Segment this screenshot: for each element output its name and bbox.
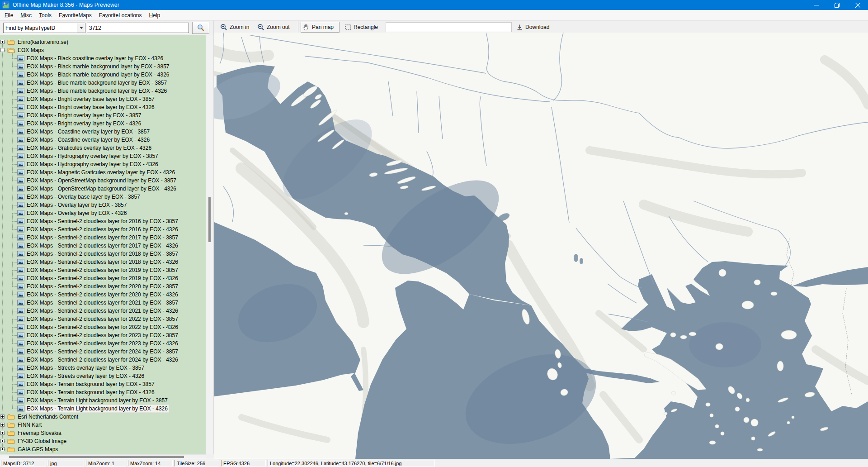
tree-connector-stub [12, 278, 17, 279]
tree-item-folder[interactable]: EOX Maps [0, 46, 206, 54]
tree-item-folder[interactable]: Esri Netherlands Content [0, 413, 206, 421]
expand-plus-icon[interactable] [0, 415, 5, 419]
expand-plus-icon[interactable] [0, 447, 5, 451]
tree-item-layer[interactable]: EOX Maps - Terrain Light background laye… [0, 396, 206, 405]
tree-connector-stub [12, 368, 17, 368]
tree-item-label: EOX Maps - Sentinel-2 cloudless layer fo… [26, 299, 179, 306]
tree-item-label: EOX Maps - Sentinel-2 cloudless layer fo… [26, 250, 179, 257]
tree-item-layer[interactable]: EOX Maps - Streets overlay layer by EOX … [0, 364, 206, 372]
tree-item-label: EOX Maps - Overlay base layer by EOX - 3… [26, 193, 141, 200]
zoom-out-button[interactable]: Zoom out [255, 22, 292, 33]
tree-item-layer[interactable]: EOX Maps - Sentinel-2 cloudless layer fo… [0, 291, 206, 299]
tree-item-layer[interactable]: EOX Maps - Bright overlay layer by EOX -… [0, 111, 206, 119]
pan-map-button[interactable]: Pan map [301, 22, 340, 33]
tree-item-layer[interactable]: EOX Maps - Sentinel-2 cloudless layer fo… [0, 307, 206, 315]
tree-item-layer[interactable]: EOX Maps - Magnetic Graticules overlay l… [0, 168, 206, 176]
tree-item-layer[interactable]: EOX Maps - Sentinel-2 cloudless layer fo… [0, 242, 206, 250]
tree-item-folder[interactable]: Eniro(kartor.eniro.se) [0, 38, 206, 46]
search-button[interactable] [192, 22, 209, 34]
menu-item-favoritelocations[interactable]: FavoriteLocations [95, 11, 146, 20]
tree-connector-stub [12, 58, 17, 59]
tree-item-layer[interactable]: EOX Maps - Sentinel-2 cloudless layer fo… [0, 225, 206, 234]
tree-item-layer[interactable]: EOX Maps - Sentinel-2 cloudless layer fo… [0, 356, 206, 364]
tree-item-layer[interactable]: EOX Maps - Hydrography overlay layer by … [0, 160, 206, 168]
horizontal-scrollbar-thumb[interactable] [9, 456, 184, 458]
tree-item-layer[interactable]: EOX Maps - Sentinel-2 cloudless layer fo… [0, 339, 206, 348]
vertical-scrollbar-thumb[interactable] [208, 197, 211, 242]
dropdown-arrow-icon[interactable] [77, 23, 85, 33]
tree-horizontal-scrollbar[interactable] [0, 454, 206, 459]
tree-item-label: EOX Maps - Sentinel-2 cloudless layer fo… [26, 218, 179, 225]
zoom-in-button[interactable]: Zoom in [218, 22, 251, 33]
tree-item-layer[interactable]: EOX Maps - OpenStreetMap background laye… [0, 185, 206, 193]
tree-vertical-scrollbar[interactable] [206, 35, 213, 454]
tree-item-layer[interactable]: EOX Maps - Bright overlay base layer by … [0, 95, 206, 103]
tree-connector-stub [12, 148, 17, 148]
tree-item-layer[interactable]: EOX Maps - Streets overlay layer by EOX … [0, 372, 206, 380]
tree-item-layer[interactable]: EOX Maps - Coastline overlay layer by EO… [0, 128, 206, 136]
restore-button[interactable] [826, 0, 847, 10]
expand-plus-icon[interactable] [0, 439, 5, 443]
tree-item-folder[interactable]: GAIA GPS Maps [0, 445, 206, 453]
tree-item-layer[interactable]: EOX Maps - Sentinel-2 cloudless layer fo… [0, 323, 206, 331]
tree-item-label: EOX Maps - Sentinel-2 cloudless layer fo… [26, 234, 179, 241]
tree-item-label: EOX Maps - Sentinel-2 cloudless layer fo… [26, 315, 179, 323]
tree-item-layer[interactable]: EOX Maps - Overlay base layer by EOX - 3… [0, 193, 206, 201]
tree-item-layer[interactable]: EOX Maps - Sentinel-2 cloudless layer fo… [0, 299, 206, 307]
tree-item-layer[interactable]: EOX Maps - Sentinel-2 cloudless layer fo… [0, 258, 206, 266]
minimize-button[interactable] [806, 0, 826, 10]
tree-item-folder[interactable]: Freemap Slovakia [0, 429, 206, 437]
menu-item-help[interactable]: Help [146, 11, 164, 20]
tree-item-layer[interactable]: EOX Maps - Overlay layer by EOX - 3857 [0, 201, 206, 209]
close-button[interactable] [847, 0, 868, 10]
tree-item-layer[interactable]: EOX Maps - Blue marble background layer … [0, 79, 206, 87]
rectangle-button[interactable]: Rectangle [343, 22, 380, 33]
tree-item-layer[interactable]: EOX Maps - Terrain background layer by E… [0, 388, 206, 396]
tree-item-layer[interactable]: EOX Maps - Sentinel-2 cloudless layer fo… [0, 234, 206, 242]
expand-plus-icon[interactable] [0, 423, 5, 427]
tree-item-layer[interactable]: EOX Maps - Sentinel-2 cloudless layer fo… [0, 348, 206, 356]
download-name-input[interactable] [386, 22, 512, 32]
tree-item-layer[interactable]: EOX Maps - Terrain Light background laye… [0, 405, 206, 413]
menu-item-misc[interactable]: Misc [17, 11, 35, 20]
status-panel-4: TileSize: 256 [175, 460, 219, 467]
tree-item-layer[interactable]: EOX Maps - Coastline overlay layer by EO… [0, 136, 206, 144]
tree-item-layer[interactable]: EOX Maps - Blue marble background layer … [0, 87, 206, 95]
map-viewport[interactable] [214, 33, 868, 459]
tree-item-folder[interactable]: FY-3D Global Image [0, 437, 206, 445]
search-input[interactable]: 3712 [87, 23, 189, 33]
expand-plus-icon[interactable] [0, 40, 5, 44]
menu-item-favoritemaps[interactable]: FavoriteMaps [55, 11, 95, 20]
title-bar[interactable]: Offline Map Maker 8.356 - Maps Previewer [0, 0, 868, 10]
find-mode-dropdown[interactable]: Find by MapsTypeID [3, 23, 85, 33]
tree-item-layer[interactable]: EOX Maps - Black marble background layer… [0, 62, 206, 71]
tree-connector-stub [12, 132, 17, 132]
tree-item-layer[interactable]: EOX Maps - Sentinel-2 cloudless layer fo… [0, 282, 206, 291]
tree-item-layer[interactable]: EOX Maps - Overlay layer by EOX - 4326 [0, 209, 206, 217]
collapse-minus-icon[interactable] [0, 48, 5, 52]
tree-connector-stub [12, 286, 17, 287]
tree-item-layer[interactable]: EOX Maps - Sentinel-2 cloudless layer fo… [0, 274, 206, 282]
tree-connector-stub [12, 262, 17, 262]
tree-item-layer[interactable]: EOX Maps - Bright overlay base layer by … [0, 103, 206, 111]
tree-item-layer[interactable]: EOX Maps - Graticules overlay layer by E… [0, 144, 206, 152]
tree-connector-stub [12, 172, 17, 173]
tree-item-layer[interactable]: EOX Maps - Hydrography overlay layer by … [0, 152, 206, 160]
tree-item-layer[interactable]: EOX Maps - Black marble background layer… [0, 71, 206, 79]
tree-item-layer[interactable]: EOX Maps - Sentinel-2 cloudless layer fo… [0, 217, 206, 225]
tree-item-folder[interactable]: FINN Kart [0, 421, 206, 429]
menu-item-tools[interactable]: Tools [35, 11, 55, 20]
menu-item-file[interactable]: File [1, 11, 17, 20]
tree-item-layer[interactable]: EOX Maps - Bright overlay layer by EOX -… [0, 119, 206, 128]
tree-item-layer[interactable]: EOX Maps - OpenStreetMap background laye… [0, 176, 206, 185]
tree-item-layer[interactable]: EOX Maps - Sentinel-2 cloudless layer fo… [0, 266, 206, 274]
expand-plus-icon[interactable] [0, 431, 5, 435]
tree-item-layer[interactable]: EOX Maps - Black coastline overlay layer… [0, 54, 206, 62]
tree-item-layer[interactable]: EOX Maps - Sentinel-2 cloudless layer fo… [0, 331, 206, 339]
tree-item-label: FINN Kart [17, 421, 42, 429]
tree-item-layer[interactable]: EOX Maps - Sentinel-2 cloudless layer fo… [0, 315, 206, 323]
tree-item-layer[interactable]: EOX Maps - Sentinel-2 cloudless layer fo… [0, 250, 206, 258]
tree-item-label: EOX Maps - Sentinel-2 cloudless layer fo… [26, 324, 179, 331]
tree-item-layer[interactable]: EOX Maps - Terrain background layer by E… [0, 380, 206, 388]
download-button[interactable]: Download [514, 22, 551, 33]
